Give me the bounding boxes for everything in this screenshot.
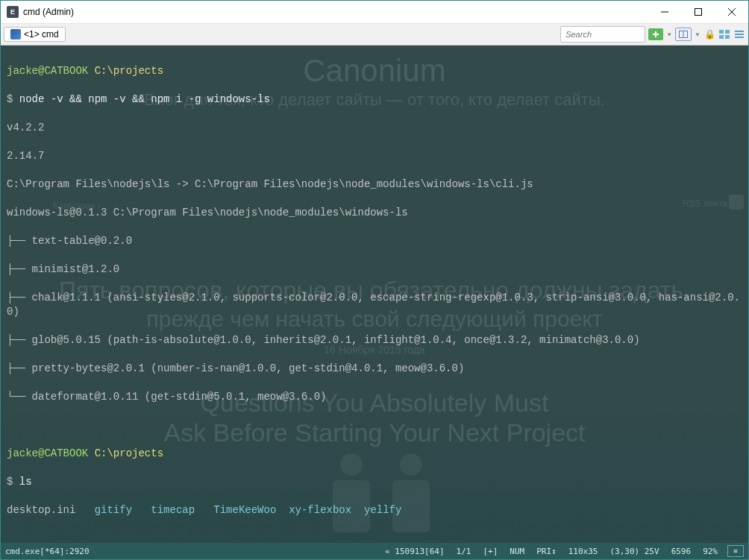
layout-icon[interactable] (718, 28, 730, 40)
out-1-3: C:\Program Files\nodejs\ls -> C:\Program… (7, 177, 742, 192)
status-pages: 1/1 (454, 547, 474, 556)
tab-bar: <1> cmd ▼ ▼ 🔒 (1, 24, 748, 45)
search-input[interactable] (560, 26, 645, 43)
status-pct: 92% (701, 547, 720, 556)
cmd-1: node -v && npm -v && npm i -g windows-ls (19, 93, 270, 105)
ls-output: desktop.ini gitify timecap TimeKeeWoo xy… (7, 503, 742, 517)
status-encoding: « 150913[64] (383, 547, 446, 556)
window-titlebar: E cmd (Admin) (1, 1, 748, 24)
out-1-1: v4.2.2 (7, 121, 742, 135)
status-icon[interactable]: ≡ (727, 545, 744, 557)
cmd-2: ls (19, 476, 32, 488)
status-cursor: (3,30) 25V (607, 547, 661, 556)
terminal-icon (10, 29, 21, 40)
status-pid: 6596 (669, 547, 694, 556)
window-split-button[interactable] (675, 28, 692, 41)
tab-label: <1> cmd (24, 29, 59, 40)
window-title: cmd (Admin) (23, 7, 74, 17)
out-1-8: ├── glob@5.0.15 (path-is-absolute@1.0.0,… (7, 333, 742, 347)
svg-rect-11 (725, 35, 730, 39)
menu-icon[interactable] (733, 28, 745, 40)
prompt-path: C:\projects (95, 65, 163, 77)
out-1-4: windows-ls@0.1.3 C:\Program Files\nodejs… (7, 206, 742, 220)
terminal-viewport[interactable]: Canonium Блог для тех, кто делает сайты … (1, 45, 748, 543)
out-1-9: ├── pretty-bytes@2.0.1 (number-is-nan@1.… (7, 362, 742, 376)
svg-rect-8 (719, 30, 724, 34)
svg-rect-9 (725, 30, 730, 34)
minimize-button[interactable] (648, 1, 681, 23)
tab-cmd[interactable]: <1> cmd (4, 27, 66, 42)
status-plus: [+] (480, 547, 500, 556)
lock-icon[interactable]: 🔒 (703, 28, 715, 40)
out-1-10: └── dateformat@1.0.11 (get-stdin@5.0.1, … (7, 390, 742, 404)
out-1-2: 2.14.7 (7, 149, 742, 163)
add-tab-button[interactable] (648, 28, 663, 40)
close-button[interactable] (715, 1, 748, 23)
status-size: 110x35 (566, 547, 601, 556)
terminal-text[interactable]: jacke@CATBOOK C:\projects $ node -v && n… (1, 45, 748, 543)
status-process: cmd.exe[*64]:2920 (5, 547, 90, 556)
maximize-button[interactable] (681, 1, 715, 23)
status-bar: cmd.exe[*64]:2920 « 150913[64] 1/1 [+] N… (1, 543, 748, 559)
out-1-7: ├── chalk@1.1.1 (ansi-styles@2.1.0, supp… (7, 291, 742, 319)
out-1-5: ├── text-table@0.2.0 (7, 234, 742, 248)
svg-rect-1 (695, 9, 701, 16)
app-icon: E (7, 6, 19, 18)
prompt-dollar: $ (7, 93, 13, 105)
dropdown-icon-2[interactable]: ▼ (695, 31, 701, 38)
out-1-6: ├── minimist@1.2.0 (7, 262, 742, 277)
dropdown-icon[interactable]: ▼ (666, 31, 672, 38)
prompt-user: jacke@CATBOOK (7, 65, 88, 77)
svg-rect-10 (719, 35, 724, 39)
status-pri: PRI↕ (534, 547, 559, 556)
status-num: NUM (507, 547, 527, 556)
